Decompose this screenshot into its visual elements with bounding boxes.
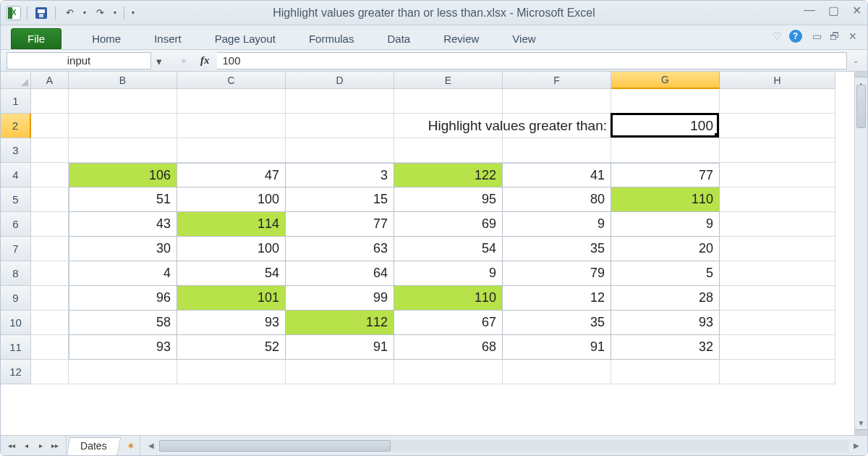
- cell-D8[interactable]: 64: [286, 261, 394, 286]
- vertical-split-handle-top[interactable]: [855, 72, 867, 77]
- cell-E8[interactable]: 9: [394, 261, 503, 286]
- cell-H10[interactable]: [720, 311, 835, 335]
- cell-G7[interactable]: 20: [611, 237, 720, 261]
- cell-E11[interactable]: 68: [394, 335, 503, 360]
- cell-H5[interactable]: [720, 187, 835, 212]
- tab-data[interactable]: Data: [384, 28, 413, 49]
- cell-F10[interactable]: 35: [503, 311, 611, 335]
- cell-G6[interactable]: 9: [611, 212, 720, 237]
- cell-G8[interactable]: 5: [611, 261, 720, 286]
- cell-C6[interactable]: 114: [177, 212, 286, 237]
- cell-B6[interactable]: 43: [69, 212, 177, 237]
- sheet-nav-next[interactable]: ▸: [34, 439, 47, 452]
- cell-F5[interactable]: 80: [503, 187, 611, 212]
- vertical-scroll-track[interactable]: [856, 85, 866, 422]
- cell-C4[interactable]: 47: [177, 163, 286, 187]
- sheet-nav-first[interactable]: ◂◂: [5, 439, 18, 452]
- cell-C9[interactable]: 101: [177, 286, 286, 311]
- vertical-scroll-thumb[interactable]: [856, 85, 866, 128]
- cell-C7[interactable]: 100: [177, 237, 286, 261]
- cell-C10[interactable]: 93: [177, 311, 286, 335]
- row-header-7[interactable]: 7: [1, 237, 31, 261]
- workbook-close-button[interactable]: ✕: [846, 30, 860, 42]
- cell-D4[interactable]: 3: [286, 163, 394, 187]
- cell-G9[interactable]: 28: [611, 286, 720, 311]
- cell-E1[interactable]: [394, 89, 503, 114]
- cell-A5[interactable]: [31, 187, 69, 212]
- workbook-minimize-button[interactable]: ▭: [809, 30, 825, 42]
- cell-G4[interactable]: 77: [611, 163, 720, 187]
- name-box-dropdown[interactable]: ▾: [152, 54, 166, 69]
- cell-E6[interactable]: 69: [394, 212, 503, 237]
- cell-D10[interactable]: 112: [286, 311, 394, 335]
- cell-H6[interactable]: [720, 212, 835, 237]
- cell-F1[interactable]: [503, 89, 611, 114]
- horizontal-scrollbar[interactable]: ◀ ▶: [140, 436, 867, 455]
- cell-C5[interactable]: 100: [177, 187, 286, 212]
- cell-H11[interactable]: [720, 335, 835, 360]
- row-header-11[interactable]: 11: [1, 335, 31, 360]
- cell-G11[interactable]: 32: [611, 335, 720, 360]
- row-header-2[interactable]: 2: [1, 114, 31, 138]
- cell-H7[interactable]: [720, 237, 835, 261]
- cell-A10[interactable]: [31, 311, 69, 335]
- row-header-10[interactable]: 10: [1, 311, 31, 335]
- column-header-C[interactable]: C: [177, 72, 286, 89]
- redo-dropdown[interactable]: ▾: [112, 9, 118, 16]
- cell-H12[interactable]: [720, 360, 835, 384]
- row-header-5[interactable]: 5: [1, 187, 31, 212]
- tab-view[interactable]: View: [509, 28, 538, 49]
- select-all-corner[interactable]: [1, 72, 31, 89]
- cell-G3[interactable]: [611, 138, 720, 163]
- sheet-nav-last[interactable]: ▸▸: [48, 439, 61, 452]
- column-header-G[interactable]: G: [611, 72, 720, 89]
- cell-A3[interactable]: [31, 138, 69, 163]
- cell-F12[interactable]: [503, 360, 611, 384]
- cell-D1[interactable]: [286, 89, 394, 114]
- vertical-scrollbar[interactable]: ▲ ▼: [854, 72, 867, 435]
- cell-A4[interactable]: [31, 163, 69, 187]
- cell-B1[interactable]: [69, 89, 177, 114]
- cell-B3[interactable]: [69, 138, 177, 163]
- cell-G1[interactable]: [611, 89, 720, 114]
- cell-H4[interactable]: [720, 163, 835, 187]
- cell-G12[interactable]: [611, 360, 720, 384]
- column-header-E[interactable]: E: [394, 72, 503, 89]
- minimize-button[interactable]: —: [804, 4, 815, 17]
- file-tab[interactable]: File: [11, 28, 61, 49]
- cell-E12[interactable]: [394, 360, 503, 384]
- column-header-B[interactable]: B: [69, 72, 177, 89]
- column-header-H[interactable]: H: [720, 72, 835, 89]
- cell-A12[interactable]: [31, 360, 69, 384]
- name-box[interactable]: input ▾: [7, 52, 151, 69]
- cell-F11[interactable]: 91: [503, 335, 611, 360]
- cell-H1[interactable]: [720, 89, 835, 114]
- cell-B9[interactable]: 96: [69, 286, 177, 311]
- vertical-split-handle-bottom[interactable]: [855, 429, 867, 435]
- cell-D5[interactable]: 15: [286, 187, 394, 212]
- scroll-left-button[interactable]: ◀: [145, 439, 158, 452]
- cell-F4[interactable]: 41: [503, 163, 611, 187]
- customize-qat-dropdown[interactable]: ▾: [130, 9, 136, 16]
- cell-F7[interactable]: 35: [503, 237, 611, 261]
- horizontal-scroll-track[interactable]: [159, 440, 848, 452]
- expand-formula-bar-button[interactable]: ⌄: [850, 56, 861, 64]
- cell-B11[interactable]: 93: [69, 335, 177, 360]
- cell-B10[interactable]: 58: [69, 311, 177, 335]
- restore-button[interactable]: ▢: [828, 4, 839, 17]
- cell-D7[interactable]: 63: [286, 237, 394, 261]
- tab-formulas[interactable]: Formulas: [306, 28, 357, 49]
- scroll-right-button[interactable]: ▶: [850, 439, 863, 452]
- cell-A8[interactable]: [31, 261, 69, 286]
- cell-C8[interactable]: 54: [177, 261, 286, 286]
- cell-G10[interactable]: 93: [611, 311, 720, 335]
- cell-B7[interactable]: 30: [69, 237, 177, 261]
- cell-E4[interactable]: 122: [394, 163, 503, 187]
- cancel-formula-icon[interactable]: ●: [176, 54, 192, 68]
- cell-B8[interactable]: 4: [69, 261, 177, 286]
- cell-D12[interactable]: [286, 360, 394, 384]
- sheet-nav-prev[interactable]: ◂: [20, 439, 33, 452]
- cell-E3[interactable]: [394, 138, 503, 163]
- cell-E7[interactable]: 54: [394, 237, 503, 261]
- scroll-down-button[interactable]: ▼: [855, 416, 867, 429]
